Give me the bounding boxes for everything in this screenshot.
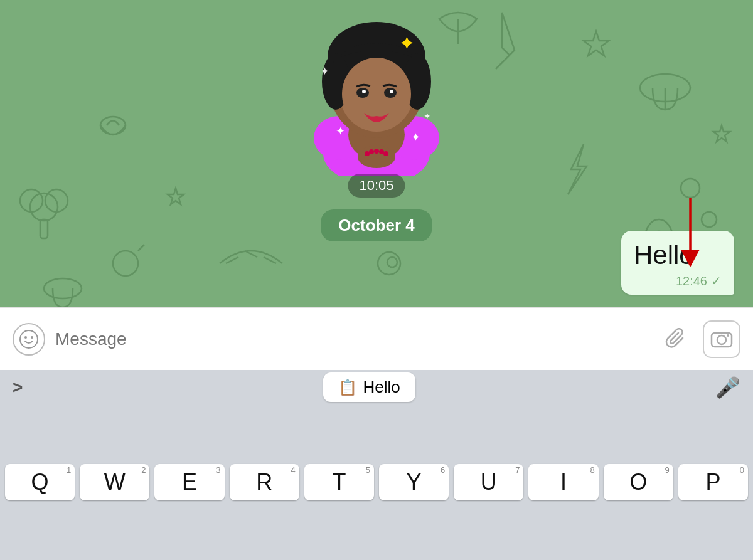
keyboard-suggestion-bar: > 📋 Hello 🎤 — [0, 370, 753, 404]
message-input[interactable] — [55, 323, 650, 356]
key-O[interactable]: 9O — [604, 464, 673, 500]
key-I[interactable]: 8I — [528, 464, 598, 500]
clipboard-icon: 📋 — [338, 379, 357, 396]
svg-point-15 — [113, 251, 138, 276]
svg-point-56 — [717, 335, 726, 344]
key-T[interactable]: 5T — [304, 464, 374, 500]
svg-point-57 — [727, 334, 729, 337]
svg-point-6 — [30, 193, 58, 221]
svg-point-39 — [362, 90, 366, 93]
svg-point-46 — [383, 151, 388, 156]
keyboard-suggestion-hello[interactable]: 📋 Hello — [323, 372, 415, 402]
svg-point-44 — [374, 149, 379, 154]
svg-rect-9 — [40, 219, 48, 238]
key-W[interactable]: 2W — [80, 464, 149, 500]
key-E[interactable]: 3E — [154, 464, 224, 500]
key-U[interactable]: 7U — [454, 464, 523, 500]
svg-marker-4 — [584, 31, 609, 56]
svg-point-42 — [365, 151, 370, 156]
svg-point-18 — [681, 179, 700, 198]
attach-button[interactable] — [660, 323, 693, 356]
svg-point-19 — [702, 212, 717, 227]
keyboard-rows: 1Q 2W 3E 4R 5T 6Y 7U 8I 9O 0P — [0, 404, 753, 560]
svg-marker-23 — [168, 188, 184, 204]
svg-text:✦: ✦ — [398, 32, 415, 55]
date-separator: October 4 — [321, 209, 432, 241]
svg-point-54 — [31, 336, 33, 339]
svg-point-17 — [44, 278, 82, 298]
message-status-icon: ✓ — [711, 273, 722, 288]
key-P[interactable]: 0P — [678, 464, 748, 500]
key-Q[interactable]: 1Q — [5, 464, 75, 500]
emoji-button[interactable] — [13, 323, 45, 356]
svg-marker-51 — [681, 250, 700, 267]
svg-line-16 — [138, 245, 144, 251]
date-separator-text: October 4 — [338, 216, 414, 235]
svg-text:✦: ✦ — [411, 131, 420, 144]
message-time: 12:46 — [676, 274, 707, 288]
svg-point-14 — [387, 257, 397, 267]
input-bar — [0, 307, 753, 370]
key-R[interactable]: 4R — [230, 464, 299, 500]
svg-point-40 — [390, 90, 393, 93]
svg-text:✦: ✦ — [424, 111, 431, 121]
svg-point-53 — [24, 336, 27, 339]
annotation-arrow — [678, 198, 703, 270]
svg-line-2 — [496, 55, 510, 69]
sticker-timestamp: 10:05 — [348, 174, 405, 198]
keyboard-mic-button[interactable]: 🎤 — [715, 376, 740, 399]
svg-marker-20 — [713, 125, 730, 142]
sticker-image: ✦ ✦ ✦ — [270, 0, 483, 176]
camera-button[interactable] — [703, 320, 740, 358]
sticker-time-text: 10:05 — [359, 177, 393, 193]
chat-area: ✦ ✦ ✦ — [0, 0, 753, 307]
svg-point-52 — [20, 330, 38, 348]
svg-point-43 — [369, 149, 374, 154]
svg-text:✦: ✦ — [320, 65, 329, 78]
keyboard-row-1: 1Q 2W 3E 4R 5T 6Y 7U 8I 9O 0P — [5, 464, 748, 500]
svg-point-5 — [100, 117, 125, 134]
svg-point-45 — [379, 149, 384, 154]
message-meta: 12:46 ✓ — [634, 273, 722, 288]
key-Y[interactable]: 6Y — [379, 464, 449, 500]
keyboard-area: > 📋 Hello 🎤 1Q 2W 3E 4R 5T 6Y 7U 8I 9O 0… — [0, 370, 753, 560]
suggestion-text: Hello — [363, 378, 400, 397]
keyboard-expand-button[interactable]: > — [13, 378, 23, 398]
svg-text:✦: ✦ — [336, 125, 345, 137]
sticker-svg: ✦ ✦ ✦ — [289, 0, 464, 176]
